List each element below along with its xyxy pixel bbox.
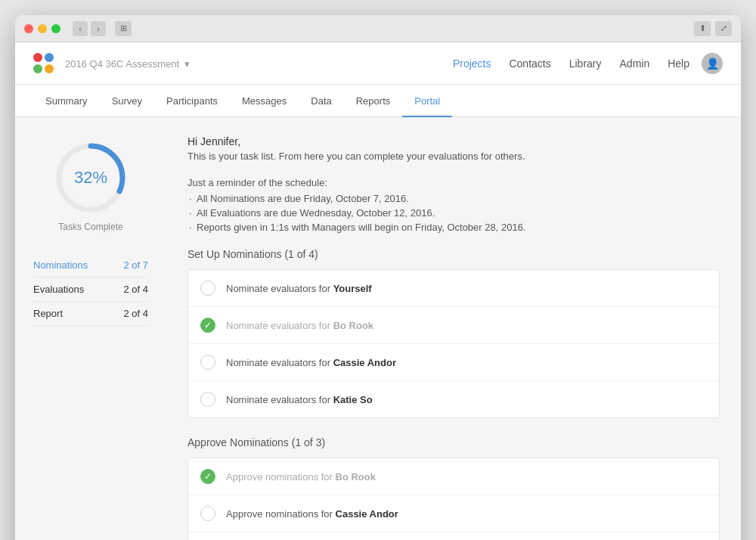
reminder-intro: Just a reminder of the schedule: bbox=[187, 177, 720, 188]
progress-ring-container: 32% Tasks Complete bbox=[33, 140, 148, 232]
nav-admin[interactable]: Admin bbox=[620, 57, 650, 70]
tab-summary[interactable]: Summary bbox=[33, 85, 100, 117]
task-approve-text-0: Approve nominations for Bo Rook bbox=[226, 471, 376, 483]
nav-controls: ‹ › ⊞ bbox=[73, 21, 132, 36]
nav-library[interactable]: Library bbox=[569, 57, 602, 70]
tab-reports[interactable]: Reports bbox=[344, 85, 403, 117]
progress-ring: 32% bbox=[53, 140, 129, 216]
task-approve-checkbox-1[interactable] bbox=[200, 506, 215, 521]
nominations-task-list: Nominate evaluators for Yourself Nominat… bbox=[187, 269, 720, 418]
progress-label: Tasks Complete bbox=[58, 222, 122, 232]
greeting: Hi Jennifer, bbox=[187, 135, 720, 147]
section-1-title: Set Up Nominations (1 of 4) bbox=[187, 248, 720, 260]
task-checkbox-3[interactable] bbox=[200, 392, 215, 407]
task-approve-katie[interactable]: Approve nominations for Katie So bbox=[188, 532, 719, 540]
stat-nominations-value: 2 of 7 bbox=[123, 259, 148, 271]
task-nominate-katie[interactable]: Nominate evaluators for Katie So bbox=[188, 381, 719, 417]
tagline: This is your task list. From here you ca… bbox=[187, 151, 720, 162]
reminder-list: All Nominations are due Friday, October … bbox=[187, 193, 720, 233]
close-button[interactable] bbox=[24, 24, 33, 33]
task-text-2: Nominate evaluators for Cassie Andor bbox=[226, 357, 396, 368]
nav-projects[interactable]: Projects bbox=[453, 57, 491, 70]
logo-dot-yellow bbox=[45, 64, 54, 73]
stat-report-label: Report bbox=[33, 308, 63, 319]
tab-survey[interactable]: Survey bbox=[100, 85, 154, 117]
app-logo bbox=[33, 53, 54, 74]
sidebar: 32% Tasks Complete Nominations 2 of 7 Ev… bbox=[15, 117, 166, 540]
task-nominate-yourself[interactable]: Nominate evaluators for Yourself bbox=[188, 270, 719, 307]
stat-evaluations[interactable]: Evaluations 2 of 4 bbox=[33, 278, 148, 302]
task-checkbox-2[interactable] bbox=[200, 355, 215, 370]
task-approve-checkbox-0[interactable] bbox=[200, 469, 215, 484]
nav-contacts[interactable]: Contacts bbox=[509, 57, 550, 70]
task-approve-bo-rook[interactable]: Approve nominations for Bo Rook bbox=[188, 458, 719, 495]
task-approve-text-1: Approve nominations for Cassie Andor bbox=[226, 508, 398, 520]
app-title: 2016 Q4 36C Assessment ▾ bbox=[64, 55, 453, 71]
nav-help[interactable]: Help bbox=[668, 57, 689, 70]
app-window: ‹ › ⊞ ⬆ ⤢ 2016 Q4 36C Assessment ▾ Proje… bbox=[15, 15, 741, 540]
main-panel: Hi Jennifer, This is your task list. Fro… bbox=[166, 117, 741, 540]
main-nav: Projects Contacts Library Admin Help bbox=[453, 57, 689, 70]
task-checkbox-1[interactable] bbox=[200, 318, 215, 333]
maximize-button[interactable] bbox=[51, 24, 60, 33]
traffic-lights bbox=[24, 24, 60, 33]
task-text-3: Nominate evaluators for Katie So bbox=[226, 394, 373, 405]
stat-report[interactable]: Report 2 of 4 bbox=[33, 302, 148, 326]
layout-button[interactable]: ⊞ bbox=[115, 21, 132, 36]
section-2-title: Approve Nominations (1 of 3) bbox=[187, 436, 720, 448]
reminder-item-0: All Nominations are due Friday, October … bbox=[197, 193, 720, 204]
tab-participants[interactable]: Participants bbox=[154, 85, 230, 117]
task-nominate-cassie[interactable]: Nominate evaluators for Cassie Andor bbox=[188, 344, 719, 381]
reminder-item-1: All Evaluations are due Wednesday, Octob… bbox=[197, 207, 720, 219]
title-bar-right: ⬆ ⤢ bbox=[694, 21, 732, 36]
logo-dot-blue bbox=[45, 53, 54, 62]
task-approve-cassie[interactable]: Approve nominations for Cassie Andor bbox=[188, 495, 719, 532]
tab-portal[interactable]: Portal bbox=[402, 85, 452, 117]
tab-nav: Summary Survey Participants Messages Dat… bbox=[15, 85, 741, 117]
progress-percent: 32% bbox=[74, 168, 107, 188]
stat-report-value: 2 of 4 bbox=[123, 308, 148, 319]
forward-button[interactable]: › bbox=[91, 21, 106, 36]
task-nominate-bo-rook[interactable]: Nominate evaluators for Bo Rook bbox=[188, 307, 719, 344]
reminder-item-2: Reports given in 1:1s with Managers will… bbox=[197, 222, 720, 233]
stat-evaluations-label: Evaluations bbox=[33, 284, 84, 295]
tab-data[interactable]: Data bbox=[299, 85, 343, 117]
tab-messages[interactable]: Messages bbox=[230, 85, 299, 117]
back-button[interactable]: ‹ bbox=[73, 21, 88, 36]
fullscreen-icon[interactable]: ⤢ bbox=[715, 21, 732, 36]
welcome-text: Hi Jennifer, This is your task list. Fro… bbox=[187, 135, 720, 162]
share-icon[interactable]: ⬆ bbox=[694, 21, 711, 36]
title-bar: ‹ › ⊞ ⬆ ⤢ bbox=[15, 15, 741, 42]
user-avatar[interactable]: 👤 bbox=[702, 53, 723, 74]
content-area: 32% Tasks Complete Nominations 2 of 7 Ev… bbox=[15, 117, 741, 540]
task-text-1: Nominate evaluators for Bo Rook bbox=[226, 320, 373, 331]
approve-task-list: Approve nominations for Bo Rook Approve … bbox=[187, 458, 720, 540]
logo-dot-green bbox=[33, 64, 42, 73]
stat-evaluations-value: 2 of 4 bbox=[123, 284, 148, 295]
stat-nominations[interactable]: Nominations 2 of 7 bbox=[33, 253, 148, 278]
stat-nominations-label: Nominations bbox=[33, 259, 88, 271]
logo-dot-red bbox=[33, 53, 42, 62]
app-header: 2016 Q4 36C Assessment ▾ Projects Contac… bbox=[15, 42, 741, 85]
stats-list: Nominations 2 of 7 Evaluations 2 of 4 Re… bbox=[33, 253, 148, 326]
minimize-button[interactable] bbox=[38, 24, 47, 33]
task-text-0: Nominate evaluators for Yourself bbox=[226, 283, 372, 294]
task-checkbox-0[interactable] bbox=[200, 281, 215, 296]
